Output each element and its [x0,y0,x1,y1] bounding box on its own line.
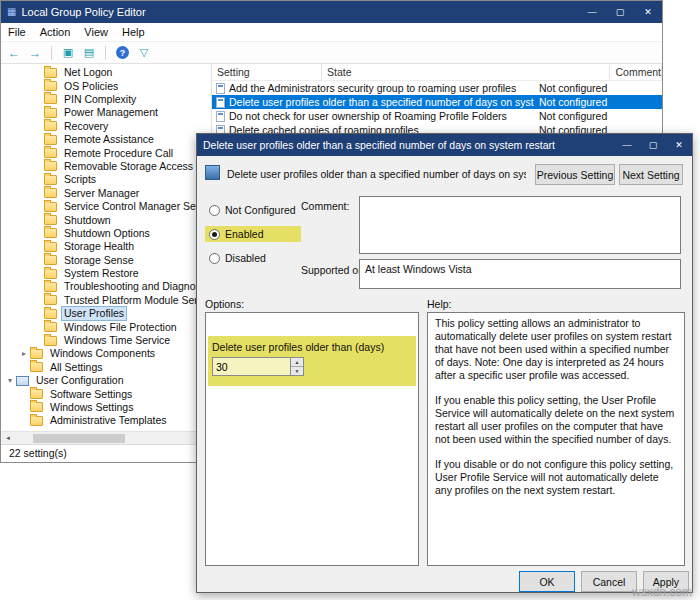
setting-cell: Delete user profiles older than a specif… [212,96,534,108]
folder-icon [44,148,57,158]
radio-dot [212,232,217,237]
tree-item[interactable]: Trusted Platform Module Services [1,294,211,307]
menu-item[interactable]: File [1,23,33,42]
tree-item[interactable]: Shutdown Options [1,227,211,240]
tree-item[interactable]: Storage Health [1,240,211,253]
maximize-icon[interactable]: ▢ [640,134,666,156]
folder-icon [44,309,57,319]
radio-option[interactable]: Enabled [205,226,301,242]
folder-icon [44,215,57,225]
tree-item[interactable]: Server Manager [1,187,211,200]
tree-item[interactable]: Net Logon [1,66,211,79]
days-field-label: Delete user profiles older than (days) [212,341,416,353]
days-input[interactable] [213,358,290,375]
radio-icon [209,253,220,264]
tree-item[interactable]: Windows Time Service [1,334,211,347]
tree-item[interactable]: Power Management [1,106,211,119]
app-icon: ▦ [7,7,16,17]
setting-row[interactable]: Add the Administrators security group to… [212,81,662,95]
expander-icon[interactable]: ▾ [5,376,15,385]
policy-header-title: Delete user profiles older than a specif… [227,168,526,180]
setting-name: Delete user profiles older than a specif… [229,96,534,108]
tree-item[interactable]: Windows Settings [1,401,211,414]
ok-button[interactable]: OK [519,571,575,592]
tree-item[interactable]: Troubleshooting and Diagnostics [1,280,211,293]
spin-up-icon[interactable]: ▲ [291,358,303,367]
setting-state: Not configured [534,110,644,122]
tree-items: Net Logon OS Policies PIN Complexity [1,64,211,428]
folder-icon [30,389,43,399]
column-header[interactable]: Comment [610,64,662,80]
column-header[interactable]: Setting [212,64,322,80]
forward-icon[interactable]: → [26,46,44,60]
dialog-titlebar: Delete user profiles older than a specif… [197,134,692,156]
setting-row[interactable]: Delete user profiles older than a specif… [212,95,662,109]
tree-item[interactable]: OS Policies [1,79,211,92]
window-controls: — ▢ ✕ [578,1,662,23]
policy-doc-icon [216,83,225,94]
tree-item[interactable]: Scripts [1,173,211,186]
days-spinner[interactable]: ▲ ▼ [212,357,304,376]
expander-icon[interactable]: ▸ [19,349,29,358]
tree-item[interactable]: Shutdown [1,213,211,226]
folder-icon [44,175,57,185]
tree-item[interactable]: All Settings [1,361,211,374]
tree-item[interactable]: Software Settings [1,387,211,400]
tree-item[interactable]: System Restore [1,267,211,280]
supported-on-value: At least Windows Vista [365,263,472,275]
tree-item[interactable]: Service Control Manager Settings [1,200,211,213]
menu-item[interactable]: Help [115,23,152,42]
cancel-button[interactable]: Cancel [581,571,637,592]
tree-item[interactable]: PIN Complexity [1,93,211,106]
back-icon[interactable]: ← [5,46,23,60]
filter-icon[interactable]: ▽ [135,46,153,59]
folder-icon [16,376,29,386]
column-header[interactable]: State [322,64,610,80]
setting-row[interactable]: Do not check for user ownership of Roami… [212,109,662,123]
setting-cell: Do not check for user ownership of Roami… [212,110,534,122]
comment-input[interactable] [359,196,681,254]
folder-icon [44,228,57,238]
menu-item[interactable]: View [77,23,115,42]
folder-icon [30,402,43,412]
radio-option[interactable]: Disabled [205,250,270,266]
maximize-icon[interactable]: ▢ [606,1,634,23]
policy-setting-dialog: Delete user profiles older than a specif… [196,133,693,593]
radio-label: Enabled [225,228,264,240]
help-icon[interactable]: ? [116,46,129,59]
tree-item[interactable]: Remote Assistance [1,133,211,146]
radio-option[interactable]: Not Configured [205,202,300,218]
folder-icon [44,68,57,78]
tree-horizontal-scrollbar[interactable]: ◄ ► [1,431,211,444]
next-setting-button[interactable]: Next Setting [619,164,683,185]
tree-item[interactable]: Storage Sense [1,253,211,266]
close-icon[interactable]: ✕ [634,1,662,23]
tree-item[interactable]: Remote Procedure Call [1,146,211,159]
close-icon[interactable]: ✕ [666,134,692,156]
menu-item[interactable]: Action [33,23,78,42]
spin-down-icon[interactable]: ▼ [291,367,303,375]
folder-icon [44,322,57,332]
minimize-icon[interactable]: — [614,134,640,156]
minimize-icon[interactable]: — [578,1,606,23]
watermark: wsxdn.com [632,585,692,599]
folder-icon [44,295,57,305]
tree-item[interactable]: User Profiles [1,307,211,320]
tree-item[interactable]: ▸ Windows Components [1,347,211,360]
folder-icon [44,282,57,292]
radio-label: Disabled [225,252,266,264]
tree-item[interactable]: Administrative Templates [1,414,211,427]
folder-icon [44,161,57,171]
help-paragraph: This policy setting allows an administra… [435,317,677,382]
tree-item[interactable]: Recovery [1,120,211,133]
tree-item[interactable]: Windows File Protection [1,320,211,333]
menu-bar: File Action View Help [1,23,662,42]
tree-item[interactable]: ▾ User Configuration [1,374,211,387]
scrollbar-thumb[interactable] [33,434,125,443]
help-panel: This policy setting allows an administra… [427,312,685,566]
tree-item[interactable]: Removable Storage Access [1,160,211,173]
console-tree-icon[interactable]: ▣ [59,46,77,59]
export-list-icon[interactable]: ▤ [80,46,98,59]
scroll-left-icon[interactable]: ◄ [1,432,15,444]
previous-setting-button[interactable]: Previous Setting [535,164,615,185]
